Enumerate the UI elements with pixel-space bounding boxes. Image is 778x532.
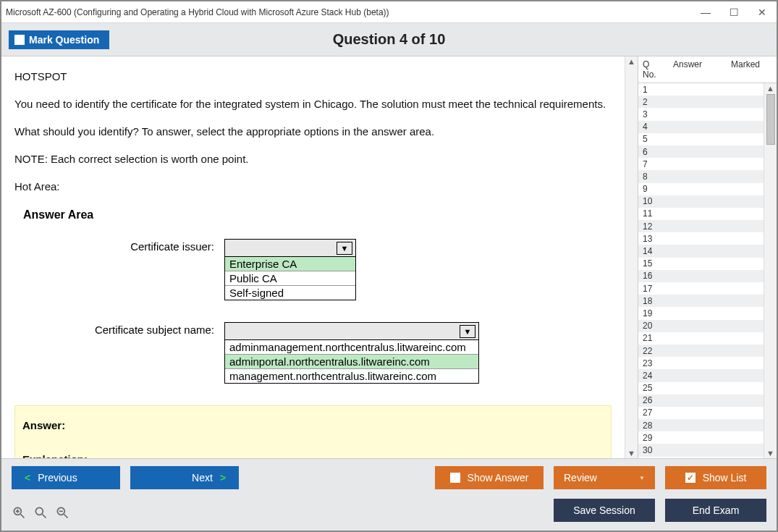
window-title: Microsoft AZ-600 (Configuring and Operat… — [6, 7, 701, 17]
minimize-icon[interactable]: — — [701, 7, 711, 18]
issuer-option[interactable]: Public CA — [225, 271, 355, 285]
subject-dropdown-header[interactable]: ▼ — [225, 323, 478, 340]
list-item[interactable]: 14 — [638, 245, 764, 257]
list-item[interactable]: 3 — [638, 108, 764, 120]
save-session-button[interactable]: Save Session — [554, 499, 655, 522]
list-item[interactable]: 15 — [638, 258, 764, 270]
chevron-right-icon: > — [220, 472, 226, 484]
field-certificate-issuer: Certificate issuer: ▼ Enterprise CAPubli… — [14, 239, 612, 300]
question-p1: You need to identify the certificate for… — [14, 96, 612, 113]
issuer-label: Certificate issuer: — [14, 239, 224, 253]
show-list-button[interactable]: ✓ Show List — [665, 466, 766, 489]
question-text: HOTSPOT You need to identify the certifi… — [14, 68, 612, 195]
show-answer-button[interactable]: Show Answer — [435, 466, 544, 489]
zoom-controls — [12, 505, 69, 523]
list-item[interactable]: 13 — [638, 232, 764, 245]
previous-button[interactable]: < Previous — [12, 466, 120, 489]
titlebar: Microsoft AZ-600 (Configuring and Operat… — [1, 1, 777, 23]
list-item[interactable]: 12 — [638, 220, 764, 232]
checkbox-icon — [14, 35, 25, 45]
question-list[interactable]: 1234567891011121314151617181920212223242… — [638, 83, 764, 458]
list-item[interactable]: 2 — [638, 96, 764, 108]
list-item[interactable]: 5 — [638, 133, 764, 145]
end-exam-label: End Exam — [693, 504, 740, 516]
zoom-reset-icon[interactable] — [12, 505, 26, 523]
show-answer-label: Show Answer — [468, 472, 529, 484]
subject-option[interactable]: adminportal.northcentralus.litwareinc.co… — [225, 354, 478, 368]
question-list-header: Q No. Answer Marked — [638, 56, 777, 83]
next-button[interactable]: Next > — [130, 466, 239, 489]
review-button[interactable]: Review ▼ — [554, 466, 655, 489]
zoom-out-icon[interactable] — [55, 505, 69, 523]
scroll-down-icon[interactable]: ▼ — [766, 449, 774, 457]
issuer-option[interactable]: Self-signed — [225, 285, 355, 300]
list-item[interactable]: 7 — [638, 158, 764, 170]
checkbox-icon — [450, 473, 460, 483]
list-scrollbar[interactable]: ▲ ▼ — [764, 83, 777, 458]
subject-option[interactable]: management.northcentralus.litwareinc.com — [225, 368, 478, 383]
chevron-left-icon: < — [25, 472, 30, 484]
header: Mark Question Question 4 of 10 — [1, 23, 777, 56]
list-item[interactable]: 25 — [638, 382, 764, 394]
list-item[interactable]: 30 — [638, 444, 764, 456]
scroll-thumb[interactable] — [766, 94, 775, 145]
review-label: Review — [564, 472, 597, 484]
subject-dropdown[interactable]: ▼ adminmanagement.northcentralus.litware… — [224, 322, 479, 384]
list-item[interactable]: 23 — [638, 357, 764, 369]
end-exam-button[interactable]: End Exam — [665, 499, 766, 522]
show-list-label: Show List — [703, 472, 747, 484]
zoom-in-icon[interactable] — [33, 505, 48, 523]
svg-line-1 — [21, 515, 25, 518]
list-item[interactable]: 16 — [638, 270, 764, 282]
list-item[interactable]: 21 — [638, 332, 764, 345]
previous-label: Previous — [38, 472, 77, 484]
question-content: HOTSPOT You need to identify the certifi… — [1, 56, 625, 458]
list-item[interactable]: 10 — [638, 195, 764, 208]
list-item[interactable]: 18 — [638, 295, 764, 307]
close-icon[interactable]: ✕ — [758, 7, 766, 18]
col-qno: Q No. — [638, 56, 669, 83]
list-item[interactable]: 27 — [638, 407, 764, 419]
list-item[interactable]: 11 — [638, 208, 764, 220]
list-item[interactable]: 26 — [638, 394, 764, 407]
subject-option[interactable]: adminmanagement.northcentralus.litwarein… — [225, 340, 478, 354]
list-item[interactable]: 19 — [638, 307, 764, 319]
chevron-down-icon: ▼ — [460, 325, 475, 338]
col-answer: Answer — [669, 56, 727, 83]
list-item[interactable]: 17 — [638, 282, 764, 295]
check-icon: ✓ — [685, 473, 695, 483]
question-p2: What should you identify? To answer, sel… — [14, 123, 612, 140]
explanation-heading: Explanation: — [22, 453, 604, 458]
window-controls: — ☐ ✕ — [701, 7, 772, 18]
scroll-up-icon[interactable]: ▲ — [766, 84, 774, 93]
list-item[interactable]: 6 — [638, 145, 764, 158]
list-item[interactable]: 24 — [638, 369, 764, 381]
list-item[interactable]: 9 — [638, 183, 764, 195]
list-item[interactable]: 28 — [638, 419, 764, 431]
list-item[interactable]: 20 — [638, 320, 764, 332]
issuer-dropdown[interactable]: ▼ Enterprise CAPublic CASelf-signed — [224, 239, 356, 300]
main: HOTSPOT You need to identify the certifi… — [1, 56, 777, 458]
answer-area-heading: Answer Area — [23, 208, 612, 221]
scroll-down-icon[interactable]: ▼ — [627, 449, 635, 457]
mark-question-button[interactable]: Mark Question — [9, 30, 109, 49]
save-session-label: Save Session — [573, 504, 635, 516]
chevron-down-icon: ▼ — [639, 475, 645, 481]
list-item[interactable]: 1 — [638, 83, 764, 96]
question-pane: HOTSPOT You need to identify the certifi… — [1, 56, 638, 458]
issuer-dropdown-header[interactable]: ▼ — [225, 240, 355, 257]
list-item[interactable]: 4 — [638, 121, 764, 133]
question-scrollbar[interactable]: ▲ ▼ — [625, 56, 638, 458]
app-window: Microsoft AZ-600 (Configuring and Operat… — [0, 0, 778, 532]
answer-section: Answer: Explanation: — [14, 405, 612, 458]
col-marked: Marked — [727, 56, 767, 83]
scroll-up-icon[interactable]: ▲ — [627, 57, 635, 66]
maximize-icon[interactable]: ☐ — [730, 7, 739, 18]
question-tag: HOTSPOT — [14, 68, 612, 85]
list-item[interactable]: 22 — [638, 345, 764, 357]
svg-line-7 — [64, 515, 68, 518]
svg-line-5 — [43, 515, 46, 518]
list-item[interactable]: 8 — [638, 170, 764, 182]
issuer-option[interactable]: Enterprise CA — [225, 257, 355, 271]
list-item[interactable]: 29 — [638, 431, 764, 444]
